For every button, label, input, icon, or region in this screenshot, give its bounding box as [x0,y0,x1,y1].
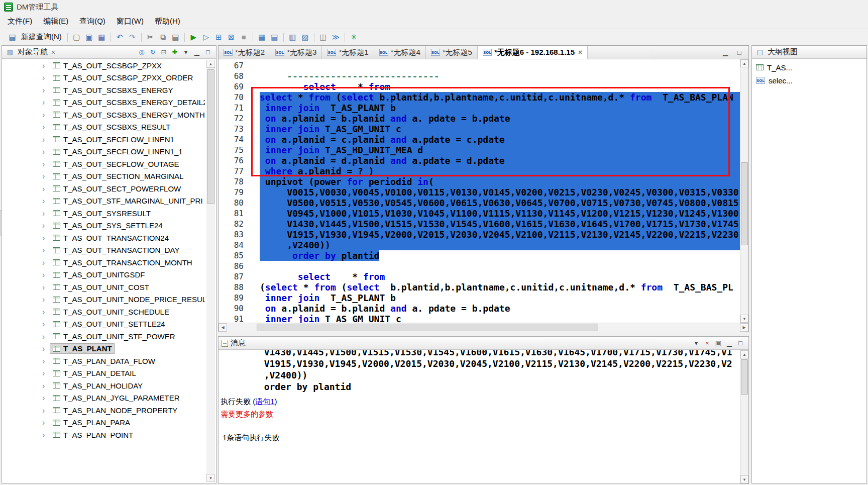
collapse-all-icon[interactable]: ⊟ [159,47,169,57]
view-menu-icon[interactable]: ▾ [691,338,701,348]
maximize-icon[interactable]: □ [734,47,744,57]
expander-icon[interactable]: › [42,283,50,291]
cut-icon[interactable]: ✂ [144,32,157,43]
tab-4[interactable]: *无标题4 [374,46,426,59]
code-line[interactable]: 83 V1915,V1930,V1945,V2000,V2015,V2030,V… [219,229,740,240]
tree-item[interactable]: ›T_AS_PLAN_DATA_FLOW [2,355,205,367]
expander-icon[interactable]: › [42,234,50,242]
tree-item[interactable]: ›T_AS_OUT_SCSBXS_ENERGY [2,84,205,96]
view-menu-icon[interactable]: ▾ [181,47,191,57]
tree-item[interactable]: ›T_AS_OUT_SECFLOW_LINEN1 [2,133,205,146]
tree-item[interactable]: ›T_AS_OUT_TRANSACTION_MONTH [2,256,205,269]
code-line[interactable]: 84 ,V2400)) [219,240,740,250]
table-edit-icon[interactable]: ▨ [299,32,311,43]
menu-item-3[interactable]: 窗口(W) [111,15,149,28]
code-line[interactable]: 68 ---------------------------- [219,71,740,81]
expander-icon[interactable]: › [42,172,50,180]
save-all-icon[interactable]: ▦ [95,32,108,43]
expander-icon[interactable]: › [42,296,50,303]
scroll-down-icon[interactable]: ▼ [206,474,215,482]
tree-item[interactable]: ›T_AS_PLAN_PARA [2,417,205,429]
maximize-icon[interactable]: □ [735,338,745,348]
scroll-down-icon[interactable]: ▼ [740,315,748,323]
expander-icon[interactable]: › [42,222,50,229]
expander-icon[interactable]: › [42,62,50,69]
expander-icon[interactable]: › [42,259,50,266]
sql-editor[interactable]: 6768 ----------------------------69 sele… [219,59,748,323]
tree-item[interactable]: ›T_AS_OUT_SYSRESULT [2,207,205,220]
tree-item[interactable]: ›T_AS_OUT_SCSBXS_RESULT [2,121,205,134]
code-line[interactable]: 90 on a.planid = b.planid and a. pdate =… [219,303,740,314]
code-line[interactable]: 88(select * from (select b.plantid,b.pla… [219,282,740,293]
expander-icon[interactable]: › [42,99,50,106]
locate-icon[interactable]: ◎ [137,47,147,57]
menu-item-0[interactable]: 文件(F) [2,15,38,28]
expander-icon[interactable]: › [42,210,50,217]
expander-icon[interactable]: › [42,320,50,328]
editor-scrollbar[interactable]: ▲ ▼ [740,59,748,323]
result-form-icon[interactable]: ▤ [268,32,281,43]
clear-messages-icon[interactable]: × [702,338,712,348]
expander-icon[interactable]: › [42,357,50,365]
tree-item[interactable]: ›T_AS_OUT_UNIT_SCHEDULE [2,306,205,318]
expander-icon[interactable]: › [42,86,50,94]
tab-2[interactable]: *无标题3 [270,46,322,59]
scroll-up-icon[interactable]: ▲ [740,350,748,358]
scrollbar-thumb[interactable] [207,69,214,204]
tab-6[interactable]: *无标题6 - 192.168.1.15× [478,46,588,59]
stop-icon[interactable]: ■ [238,32,250,43]
code-line[interactable]: 87 select * from [219,271,740,282]
expander-icon[interactable]: › [42,148,50,155]
pin-icon[interactable]: ▣ [713,338,723,348]
outline-item-1[interactable]: T_AS... [756,61,866,74]
code-line[interactable]: 81 V0945,V1000,V1015,V1030,V1045,V1100,V… [219,208,740,219]
tree-item[interactable]: ›T_AS_OUT_SECT_POWERFLOW [2,182,205,195]
scroll-up-icon[interactable]: ▲ [740,59,748,67]
copy-icon[interactable]: ⧉ [157,32,169,43]
open-icon[interactable]: ▢ [70,32,83,43]
tree-item[interactable]: ›T_AS_OUT_SYS_SETTLE24 [2,220,205,232]
run-icon[interactable]: ▶ [187,32,200,43]
refresh-icon[interactable]: ↻ [148,47,158,57]
expander-icon[interactable]: › [42,431,50,439]
tree-item[interactable]: ›T_AS_PLAN_DETAIL [2,367,205,380]
code-line[interactable]: 79 V0015,V0030,V0045,V0100,V0115,V0130,V… [219,187,740,198]
code-line[interactable]: 80 V0500,V0515,V0530,V0545,V0600,V0615,V… [219,198,740,208]
scroll-up-icon[interactable]: ▲ [206,60,215,68]
next-statement-icon[interactable]: ≫ [330,32,342,43]
tree-item[interactable]: ›T_AS_OUT_UNIT_SETTLE24 [2,318,205,331]
tree-item[interactable]: ›T_AS_OUT_UNIT_COST [2,281,205,294]
tree-item[interactable]: ›T_AS_OUT_TRANSACTION24 [2,232,205,244]
scroll-down-icon[interactable]: ▼ [740,475,748,483]
paste-icon[interactable]: ▤ [169,32,182,43]
code-line[interactable]: 82 V1430,V1445,V1500,V1515,V1530,V1545,V… [219,219,740,229]
expander-icon[interactable]: › [42,382,50,390]
run-selection-icon[interactable]: ▷ [200,32,212,43]
expander-icon[interactable]: › [42,246,50,254]
expander-icon[interactable]: › [42,333,50,340]
new-query-button[interactable]: ▤ 新建查询(N) [3,31,65,44]
tree-item[interactable]: ›T_AS_PLAN_POINT [2,429,205,441]
save-icon[interactable]: ▣ [83,32,95,43]
export-result-icon[interactable]: ⊠ [225,32,238,43]
expander-icon[interactable]: › [42,407,50,414]
scrollbar-thumb[interactable] [257,324,598,331]
menu-item-4[interactable]: 帮助(H) [149,15,186,28]
scrollbar-thumb[interactable] [741,162,748,245]
maximize-icon[interactable]: □ [203,47,213,57]
new-object-icon[interactable]: ✚ [170,47,180,57]
table-view-icon[interactable]: ▥ [286,32,299,43]
tree-item[interactable]: ›T_AS_OUT_UNITGSDF [2,269,205,281]
tab-3[interactable]: *无标题1 [322,46,374,59]
scrollbar-thumb[interactable] [741,359,748,395]
tree-item[interactable]: ›T_AS_OUT_SCSBGP_ZPXX_ORDER [2,72,205,84]
commit-icon[interactable]: ◫ [317,32,330,43]
tree-item[interactable]: ›T_AS_PLAN_NODE_PROPERTY [2,404,205,417]
tree-item[interactable]: ›T_AS_OUT_STF_MARGINAL_UNIT_PRI [2,195,205,208]
statement-link[interactable]: 语句1 [255,397,274,406]
tree-item[interactable]: ›T_AS_OUT_UNIT_NODE_PRICE_RESUL [2,294,205,306]
minimize-icon[interactable]: ▁ [724,338,734,348]
expander-icon[interactable]: › [42,345,50,352]
minimize-icon[interactable]: ▁ [720,47,730,57]
scroll-right-icon[interactable]: ▶ [740,323,748,332]
